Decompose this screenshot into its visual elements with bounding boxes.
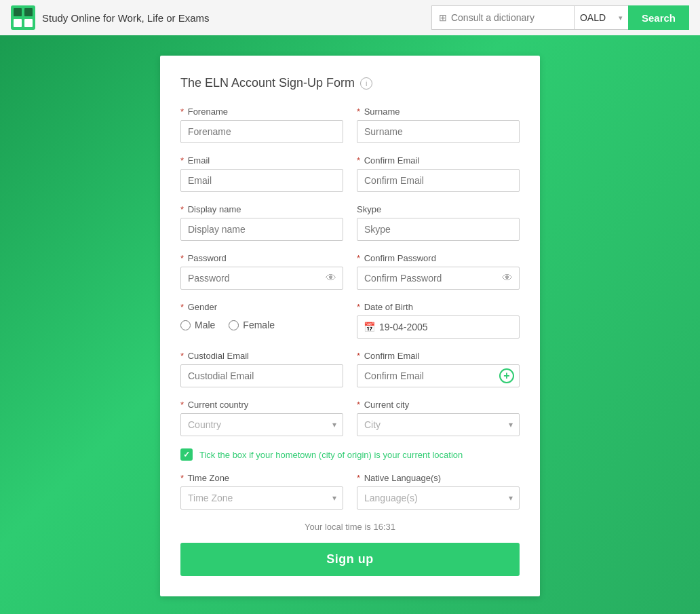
email-label: * Email	[180, 155, 343, 166]
city-select[interactable]: City	[357, 413, 520, 436]
signup-form-card: The ELN Account Sign-Up Form i * Forenam…	[160, 56, 540, 596]
dictionary-input[interactable]	[451, 12, 553, 23]
site-title: Study Online for Work, Life or Exams	[42, 12, 209, 24]
required-star: *	[357, 107, 360, 117]
forename-surname-row: * Forename * Surname	[180, 107, 520, 143]
header: Study Online for Work, Life or Exams ⊞ O…	[0, 0, 700, 35]
female-option[interactable]: Female	[229, 320, 275, 330]
header-right: ⊞ OALD OALD ▾ Search	[431, 5, 689, 30]
dictionary-select[interactable]: OALD OALD	[580, 12, 617, 23]
calendar-icon: 📅	[364, 322, 375, 332]
surname-label: * Surname	[357, 107, 520, 117]
displayname-group: * Display name	[180, 204, 343, 241]
country-select-wrap: Country	[180, 413, 343, 436]
confirm-eye-icon[interactable]: 👁	[502, 272, 513, 284]
gender-dob-row: * Gender Male Female * Dat	[180, 302, 520, 339]
forename-label: * Forename	[180, 107, 343, 117]
hometown-checkbox-row: Tick the box if your hometown (city of o…	[180, 448, 520, 461]
form-title-text: The ELN Account Sign-Up Form	[180, 76, 355, 90]
svg-rect-1	[14, 8, 22, 16]
email-row: * Email * Confirm Email	[180, 155, 520, 192]
displayname-label: * Display name	[180, 204, 343, 214]
dob-group: * Date of Birth 📅	[357, 302, 520, 339]
form-title: The ELN Account Sign-Up Form i	[180, 76, 520, 90]
forename-group: * Forename	[180, 107, 343, 143]
confirm-email-label: * Confirm Email	[357, 155, 520, 166]
local-time-text: Your local time is 16:31	[180, 522, 520, 532]
info-icon[interactable]: i	[360, 77, 372, 90]
svg-rect-4	[24, 19, 33, 27]
timezone-group: * Time Zone Time Zone	[180, 473, 343, 510]
city-group: * Current city City	[357, 400, 520, 436]
female-radio[interactable]	[229, 320, 239, 330]
custodial-email-label: * Custodial Email	[180, 351, 343, 361]
search-button[interactable]: Search	[628, 5, 689, 30]
country-select[interactable]: Country	[180, 413, 343, 436]
country-label: * Current country	[180, 400, 343, 410]
male-option[interactable]: Male	[180, 320, 215, 330]
custodial-email-row: * Custodial Email * Confirm Email +	[180, 351, 520, 387]
confirm-email-group: * Confirm Email	[357, 155, 520, 192]
surname-group: * Surname	[357, 107, 520, 143]
native-language-group: * Native Language(s) Language(s)	[357, 473, 520, 510]
custodial-email-input[interactable]	[180, 364, 343, 387]
male-radio[interactable]	[180, 320, 191, 330]
skype-group: Skype	[357, 204, 520, 241]
svg-rect-2	[24, 8, 33, 16]
eye-icon[interactable]: 👁	[326, 272, 336, 284]
skype-label: Skype	[357, 204, 520, 214]
confirm-custodial-input-wrap: +	[357, 364, 520, 387]
gender-group: * Gender Male Female	[180, 302, 343, 339]
hometown-checkbox-label: Tick the box if your hometown (city of o…	[199, 450, 463, 460]
signup-button[interactable]: Sign up	[180, 543, 520, 576]
add-email-icon[interactable]: +	[499, 368, 514, 383]
country-group: * Current country Country	[180, 400, 343, 436]
displayname-input[interactable]	[180, 218, 343, 241]
confirm-password-group: * Confirm Password 👁	[357, 253, 520, 290]
password-input-wrap: 👁	[180, 267, 343, 290]
dob-input[interactable]	[357, 315, 520, 339]
skype-input[interactable]	[357, 218, 520, 241]
confirm-email-input[interactable]	[357, 169, 520, 192]
native-language-select-wrap: Language(s)	[357, 486, 520, 510]
hometown-checkbox[interactable]	[180, 448, 193, 461]
dictionary-select-wrap: OALD OALD ▾	[574, 5, 628, 30]
dob-input-wrap: 📅	[357, 315, 520, 339]
confirm-password-input-wrap: 👁	[357, 267, 520, 290]
country-city-row: * Current country Country * Current city	[180, 400, 520, 436]
required-star: *	[180, 107, 184, 117]
email-group: * Email	[180, 155, 343, 192]
forename-input[interactable]	[180, 120, 343, 143]
select-chevron-icon: ▾	[619, 14, 623, 22]
custodial-email-group: * Custodial Email	[180, 351, 343, 387]
native-language-label: * Native Language(s)	[357, 473, 520, 483]
svg-rect-3	[14, 19, 22, 27]
password-group: * Password 👁	[180, 253, 343, 290]
confirm-password-input[interactable]	[357, 267, 520, 290]
confirm-custodial-email-label: * Confirm Email	[357, 351, 520, 361]
timezone-select-wrap: Time Zone	[180, 486, 343, 510]
main-content: The ELN Account Sign-Up Form i * Forenam…	[0, 35, 700, 614]
timezone-language-row: * Time Zone Time Zone * Native Language(…	[180, 473, 520, 510]
surname-input[interactable]	[357, 120, 520, 143]
dictionary-icon: ⊞	[439, 12, 447, 23]
password-label: * Password	[180, 253, 343, 263]
confirm-password-label: * Confirm Password	[357, 253, 520, 263]
city-label: * Current city	[357, 400, 520, 410]
email-input[interactable]	[180, 169, 343, 192]
password-row: * Password 👁 * Confirm Password 👁	[180, 253, 520, 290]
gender-options: Male Female	[180, 320, 343, 330]
dictionary-search-wrap: ⊞	[431, 5, 574, 30]
gender-label: * Gender	[180, 302, 343, 312]
logo-icon	[11, 5, 35, 30]
displayname-skype-row: * Display name Skype	[180, 204, 520, 241]
timezone-label: * Time Zone	[180, 473, 343, 483]
password-input[interactable]	[180, 267, 343, 290]
dob-label: * Date of Birth	[357, 302, 520, 312]
native-language-select[interactable]: Language(s)	[357, 486, 520, 510]
confirm-custodial-email-group: * Confirm Email +	[357, 351, 520, 387]
timezone-select[interactable]: Time Zone	[180, 486, 343, 510]
city-select-wrap: City	[357, 413, 520, 436]
logo-area: Study Online for Work, Life or Exams	[11, 5, 209, 30]
confirm-custodial-email-input[interactable]	[357, 364, 520, 387]
